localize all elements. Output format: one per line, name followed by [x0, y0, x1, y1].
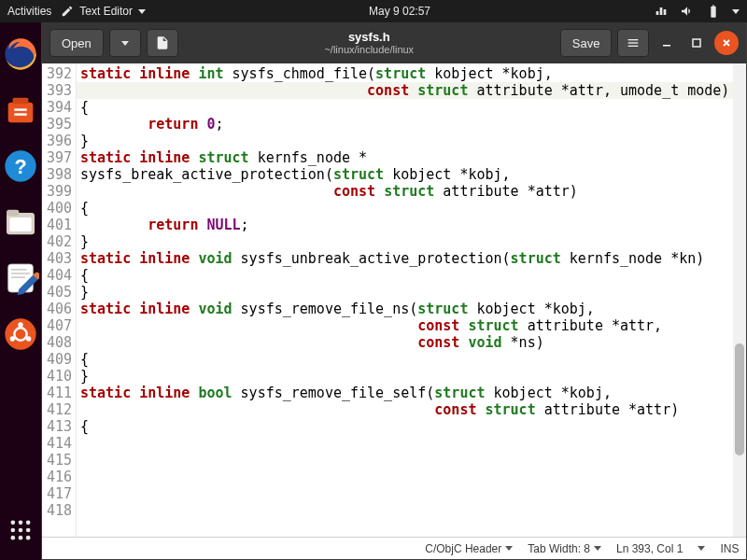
app-menu[interactable]: Text Editor [61, 5, 146, 18]
svg-rect-8 [7, 210, 19, 217]
system-menu-chevron-icon[interactable] [732, 9, 740, 14]
line-number: 395 [42, 116, 72, 133]
code-line[interactable]: } [80, 368, 729, 385]
code-line[interactable]: } [80, 284, 729, 301]
vertical-scrollbar[interactable] [733, 63, 746, 537]
line-number: 406 [42, 301, 72, 317]
svg-point-17 [10, 336, 15, 341]
line-number: 417 [42, 485, 72, 502]
code-line[interactable]: } [80, 233, 729, 250]
svg-point-22 [11, 528, 16, 533]
line-number: 398 [42, 166, 72, 183]
svg-rect-31 [628, 42, 639, 43]
line-number: 402 [42, 233, 72, 250]
dock-text-editor[interactable] [0, 258, 41, 299]
network-icon[interactable] [654, 4, 669, 19]
show-applications[interactable] [0, 510, 41, 551]
app-menu-label: Text Editor [79, 5, 133, 18]
line-number: 404 [42, 267, 72, 284]
code-line[interactable]: const struct attribute *attr, umode_t mo… [80, 82, 729, 99]
maximize-button[interactable] [684, 31, 709, 55]
svg-text:?: ? [14, 155, 26, 178]
code-line[interactable]: const void *ns) [80, 334, 729, 351]
dock-firefox[interactable] [0, 34, 41, 75]
titlebar: Open sysfs.h ~/linux/include/linux Save [42, 22, 746, 63]
code-line[interactable]: } [80, 133, 729, 149]
dock-dash-home[interactable] [0, 314, 41, 355]
file-path: ~/linux/include/linux [184, 44, 555, 55]
line-number: 397 [42, 149, 72, 166]
code-line[interactable]: { [80, 267, 729, 284]
svg-point-18 [26, 336, 31, 341]
svg-rect-1 [8, 103, 34, 123]
ubuntu-logo-icon [2, 315, 39, 353]
code-line[interactable]: static inline bool sysfs_remove_file_sel… [80, 385, 729, 401]
filetype-label: C/ObjC Header [425, 542, 501, 555]
line-number: 413 [42, 418, 72, 435]
clock[interactable]: May 9 02:57 [369, 5, 430, 18]
code-line[interactable]: return NULL; [80, 217, 729, 233]
line-number: 401 [42, 217, 72, 233]
save-button[interactable]: Save [560, 29, 613, 57]
svg-point-23 [19, 528, 23, 533]
cursor-position[interactable]: Ln 393, Col 1 [616, 542, 683, 555]
code-line[interactable]: static inline void sysfs_remove_file_ns(… [80, 301, 729, 317]
chevron-down-icon[interactable] [698, 546, 705, 551]
help-icon: ? [2, 147, 39, 185]
gedit-icon [2, 259, 39, 297]
svg-point-19 [11, 521, 16, 525]
svg-point-20 [19, 521, 23, 525]
line-number: 415 [42, 452, 72, 469]
code-line[interactable]: static inline struct kernfs_node * [80, 149, 729, 166]
dock-files[interactable] [0, 202, 41, 243]
battery-icon[interactable] [706, 4, 721, 19]
line-number: 418 [42, 502, 72, 519]
line-number: 400 [42, 200, 72, 217]
svg-point-16 [18, 322, 22, 327]
activities-button[interactable]: Activities [7, 5, 51, 18]
svg-point-24 [26, 528, 31, 533]
open-button[interactable]: Open [49, 29, 104, 57]
dock-software[interactable] [0, 90, 41, 131]
open-recent-dropdown[interactable] [109, 29, 141, 57]
volume-icon[interactable] [680, 4, 695, 19]
line-number: 409 [42, 351, 72, 368]
code-line[interactable]: return 0; [80, 116, 729, 133]
code-line[interactable]: static inline int sysfs_chmod_file(struc… [80, 65, 729, 82]
svg-rect-32 [628, 46, 639, 47]
line-number: 411 [42, 385, 72, 401]
code-line[interactable]: const struct attribute *attr, [80, 317, 729, 334]
filetype-selector[interactable]: C/ObjC Header [425, 542, 513, 555]
new-tab-button[interactable] [147, 29, 178, 57]
code-line[interactable]: { [80, 351, 729, 368]
hamburger-menu[interactable] [617, 29, 649, 57]
svg-rect-11 [11, 269, 27, 271]
close-icon [721, 37, 732, 49]
line-number: 414 [42, 435, 72, 452]
svg-rect-13 [11, 276, 25, 278]
close-button[interactable] [714, 31, 739, 55]
minimize-icon [661, 37, 672, 49]
code-line[interactable]: { [80, 418, 729, 435]
svg-point-21 [26, 521, 31, 525]
code-area[interactable]: static inline int sysfs_chmod_file(struc… [77, 63, 733, 537]
code-line[interactable]: const struct attribute *attr) [80, 401, 729, 418]
scrollbar-thumb[interactable] [735, 343, 744, 455]
dock-help[interactable]: ? [0, 146, 41, 187]
svg-rect-34 [693, 39, 700, 47]
code-line[interactable]: static inline void sysfs_unbreak_active_… [80, 250, 729, 267]
editor-window: Open sysfs.h ~/linux/include/linux Save … [41, 22, 747, 560]
tab-width-selector[interactable]: Tab Width: 8 [528, 542, 601, 555]
svg-point-25 [11, 536, 16, 540]
line-number: 410 [42, 368, 72, 385]
line-number: 403 [42, 250, 72, 267]
code-line[interactable]: { [80, 99, 729, 116]
code-line[interactable]: { [80, 200, 729, 217]
hamburger-icon [626, 35, 641, 50]
code-line[interactable]: const struct attribute *attr) [80, 183, 729, 200]
gnome-topbar: Activities Text Editor May 9 02:57 [0, 0, 747, 22]
minimize-button[interactable] [655, 31, 679, 55]
svg-rect-3 [14, 108, 26, 111]
code-line[interactable]: sysfs_break_active_protection(struct kob… [80, 166, 729, 183]
chevron-down-icon [594, 546, 601, 551]
